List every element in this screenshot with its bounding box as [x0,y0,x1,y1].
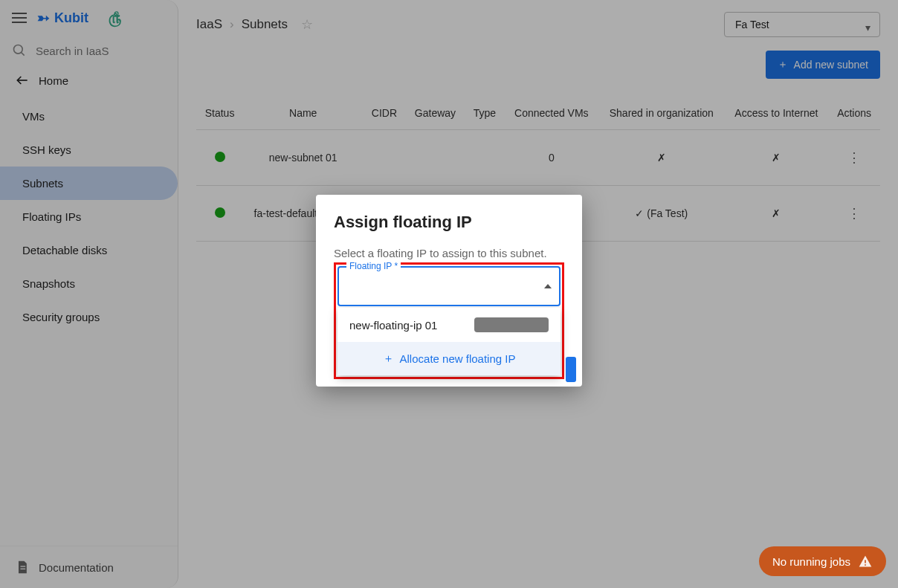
chevron-up-icon [544,284,552,288]
warning-icon [858,554,873,569]
dialog-title: Assign floating IP [334,213,564,232]
dialog-description: Select a floating IP to assign to this s… [334,247,564,259]
tutorial-highlight: Floating IP * new-floating-ip 01 ＋ Alloc… [334,262,564,379]
floating-ip-field-label: Floating IP * [346,261,401,271]
allocate-label: Allocate new floating IP [400,352,516,365]
svg-rect-6 [865,564,866,566]
assign-floating-ip-dialog: Assign floating IP Select a floating IP … [316,195,582,387]
floating-ip-option-label: new-floating-ip 01 [349,319,437,332]
running-jobs-label: No running jobs [772,555,850,568]
allocate-new-floating-ip-button[interactable]: ＋ Allocate new floating IP [337,342,561,375]
floating-ip-dropdown: new-floating-ip 01 ＋ Allocate new floati… [337,308,561,375]
svg-rect-5 [865,560,866,563]
assign-button[interactable] [566,357,576,382]
ip-address-pill [474,317,549,332]
floating-ip-select[interactable]: Floating IP * [337,266,561,306]
floating-ip-option[interactable]: new-floating-ip 01 [337,308,561,342]
plus-icon: ＋ [383,352,394,366]
running-jobs-pill[interactable]: No running jobs [759,546,886,576]
